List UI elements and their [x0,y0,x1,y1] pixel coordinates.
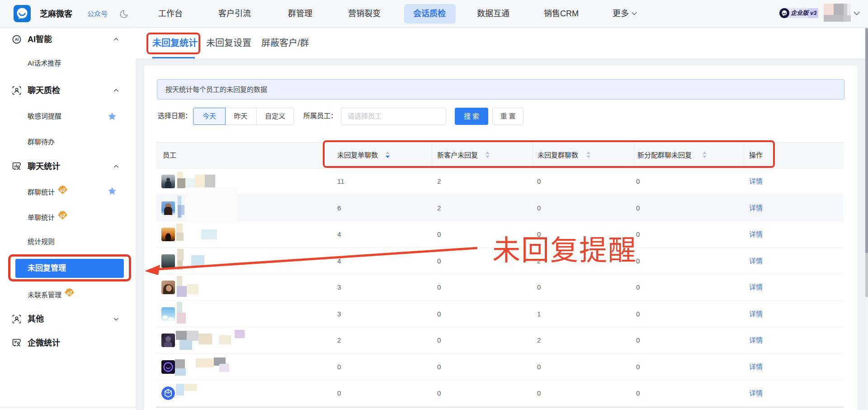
svg-text:v2: v2 [60,188,66,193]
svg-text:v2: v2 [60,213,66,218]
svg-text:Ai: Ai [15,37,19,42]
svg-text:v2: v2 [67,291,72,296]
